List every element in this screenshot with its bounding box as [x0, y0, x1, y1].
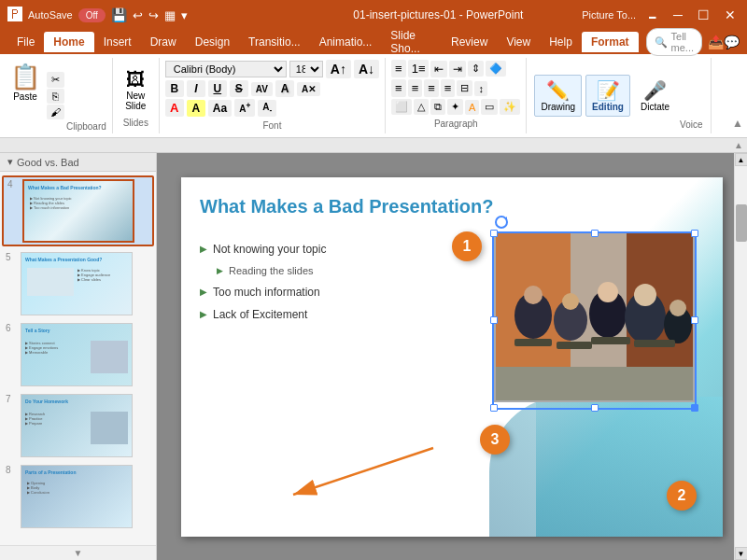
strikethrough-button[interactable]: S — [230, 80, 248, 97]
undo-button[interactable]: ↩ — [133, 8, 143, 22]
font-color-button[interactable]: A — [165, 99, 184, 117]
superscript-button[interactable]: A+ — [234, 99, 255, 116]
smart-art-button[interactable]: 🔷 — [486, 61, 506, 77]
new-slide-icon: 🖼 — [126, 69, 145, 91]
svg-point-18 — [496, 217, 507, 228]
underline-button[interactable]: U — [208, 80, 227, 97]
slide-thumb-6[interactable]: 6 Tell a Story ▶ Stories connect▶ Engage… — [2, 321, 154, 388]
ribbon-collapse-arrow[interactable]: ▲ — [732, 117, 743, 130]
present-button[interactable]: ▦ — [164, 8, 176, 22]
ribbon-tabs: File Home Insert Draw Design Transitio..… — [0, 30, 747, 54]
text-shadow-button[interactable]: A — [275, 80, 294, 97]
clear-format-button[interactable]: A✕ — [297, 82, 320, 96]
slide-thumb-8[interactable]: 8 Parts of a Presentation ▶ Opening▶ Bod… — [2, 463, 154, 530]
decrease-indent-button[interactable]: ⇤ — [430, 61, 447, 77]
svg-rect-17 — [496, 367, 693, 402]
justify-button[interactable]: ≡ — [441, 79, 456, 97]
copy-button[interactable]: ⎘ — [47, 89, 64, 104]
line-spacing-button[interactable]: ↕ — [474, 81, 487, 96]
increase-indent-button[interactable]: ⇥ — [449, 61, 466, 77]
slides-group: 🖼 New Slide Slides — [113, 58, 160, 133]
arrange-button[interactable]: ⧉ — [430, 99, 445, 115]
increase-font-button[interactable]: A↑ — [326, 60, 351, 78]
editing-button[interactable]: 📝 Editing — [585, 75, 630, 117]
scroll-down-button[interactable]: ▼ — [735, 547, 748, 560]
paste-button[interactable]: 📋 Paste — [6, 60, 45, 132]
title-bar: 🅿 AutoSave Off 💾 ↩ ↪ ▦ ▾ 01-insert-pictu… — [0, 0, 747, 30]
slide-thumb-4[interactable]: 4 What Makes a Bad Presentation? ▶ Not k… — [2, 175, 154, 246]
tab-design[interactable]: Design — [186, 32, 239, 52]
paste-icon: 📋 — [10, 63, 40, 91]
tab-file[interactable]: File — [7, 32, 44, 52]
customize-button[interactable]: ▾ — [181, 8, 188, 22]
drawing-button[interactable]: ✏️ Drawing — [534, 75, 582, 117]
cut-button[interactable]: ✂ — [47, 72, 64, 88]
search-icon: 🔍 — [655, 36, 668, 49]
maximize-button[interactable]: ☐ — [694, 7, 713, 22]
slide-preview-8: Parts of a Presentation ▶ Opening▶ Body▶… — [21, 465, 133, 528]
new-slide-button[interactable]: 🖼 New Slide — [119, 64, 152, 116]
panel-scroll-down[interactable]: ▼ — [0, 545, 156, 560]
tab-animations[interactable]: Animatio... — [310, 32, 382, 52]
shape-fill-button[interactable]: A — [465, 100, 479, 115]
slide-bullets: ▶ Not knowing your topic ▶ Reading the s… — [200, 243, 326, 321]
align-left-button[interactable]: ≡ — [391, 79, 406, 97]
shapes-button[interactable]: △ — [414, 99, 429, 115]
shape-effects-button[interactable]: ✨ — [500, 99, 520, 115]
slide-image[interactable] — [494, 231, 695, 402]
align-right-button[interactable]: ≡ — [424, 79, 439, 97]
comments-button[interactable]: 💬 — [724, 35, 740, 49]
tab-format[interactable]: Format — [582, 32, 639, 52]
tab-transitions[interactable]: Transitio... — [239, 32, 310, 52]
slide-preview-5: What Makes a Presentation Good? ▶ Know t… — [21, 252, 133, 315]
bullet-2-sub: ▶ Reading the slides — [217, 265, 326, 276]
slide-thumb-7[interactable]: 7 Do Your Homework ▶ Research▶ Practice▶… — [2, 392, 154, 459]
tab-help[interactable]: Help — [540, 32, 582, 52]
column-button[interactable]: ⊟ — [457, 80, 472, 96]
redo-button[interactable]: ↪ — [148, 8, 159, 22]
dictate-button[interactable]: 🎤 Dictate — [634, 75, 676, 117]
drawing-icon: ✏️ — [546, 79, 570, 102]
subscript-button[interactable]: A- — [258, 100, 276, 117]
share-button[interactable]: 📤 — [708, 35, 724, 49]
format-paint-button[interactable]: 🖌 — [47, 105, 64, 119]
close-button[interactable]: ✕ — [721, 7, 740, 22]
italic-button[interactable]: I — [187, 80, 205, 97]
autosave-toggle[interactable]: Off — [78, 8, 106, 22]
bold-button[interactable]: B — [165, 80, 184, 97]
text-box-button[interactable]: ⬜ — [391, 99, 412, 115]
panel-title: Good vs. Bad — [17, 157, 79, 168]
quick-styles-button[interactable]: ✦ — [447, 99, 463, 115]
highlight-button[interactable]: A — [187, 100, 205, 117]
scroll-up-button[interactable]: ▲ — [735, 153, 748, 166]
tell-me-input[interactable]: 🔍 Tell me... — [646, 28, 702, 56]
scroll-thumb[interactable] — [736, 204, 747, 242]
char-spacing-button[interactable]: AV — [251, 82, 273, 96]
font-size-select[interactable]: 18 12 14 24 36 — [289, 61, 323, 77]
tab-review[interactable]: Review — [442, 32, 497, 52]
tab-slideshow[interactable]: Slide Sho... — [381, 25, 442, 59]
numbering-button[interactable]: 1≡ — [408, 60, 430, 77]
ribbon-spacer: ▲ — [712, 58, 747, 133]
tab-view[interactable]: View — [497, 32, 540, 52]
shape-outline-button[interactable]: ▭ — [481, 99, 498, 115]
slide-panel: ▾ Good vs. Bad 4 What Makes a Bad Presen… — [0, 153, 157, 560]
font-family-select[interactable]: Calibri (Body) Arial Times New Roman — [165, 61, 287, 77]
ribbon-collapse-button[interactable]: 🗕 — [643, 8, 662, 21]
text-direction-button[interactable]: ⇕ — [468, 61, 484, 77]
tab-insert[interactable]: Insert — [94, 32, 141, 52]
minimize-button[interactable]: ─ — [669, 7, 686, 22]
tab-home[interactable]: Home — [44, 32, 93, 52]
font-size-up2-button[interactable]: Aa — [208, 100, 232, 117]
align-center-button[interactable]: ≡ — [408, 79, 423, 97]
font-group: Calibri (Body) Arial Times New Roman 18 … — [160, 58, 386, 133]
decrease-font-button[interactable]: A↓ — [354, 60, 379, 78]
handle-bl[interactable] — [490, 404, 498, 412]
ruler-collapse-icon[interactable]: ▲ — [734, 140, 743, 150]
bullets-button[interactable]: ≡ — [391, 60, 406, 77]
tab-draw[interactable]: Draw — [141, 32, 186, 52]
save-button[interactable]: 💾 — [111, 7, 127, 22]
rotate-handle[interactable] — [494, 215, 509, 232]
slide-thumb-5[interactable]: 5 What Makes a Presentation Good? ▶ Know… — [2, 250, 154, 317]
vertical-scrollbar[interactable]: ▲ ▼ — [734, 153, 747, 560]
